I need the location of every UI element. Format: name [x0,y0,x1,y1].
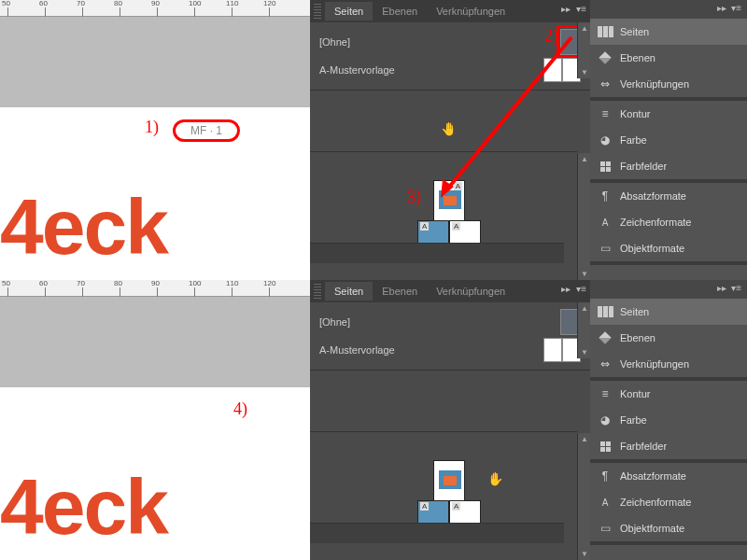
ruler-tick: 110 [226,0,238,7]
document-canvas[interactable]: 50 60 70 80 90 100 110 120 MF · 1 1) 4ec… [0,0,310,280]
tab-layers[interactable]: Ebenen [373,2,427,21]
dock-label: Zeichenformate [620,217,691,228]
panel-collapse-icon[interactable]: ▸▸ [561,4,571,14]
masters-section: [Ohne] A-Mustervorlage [310,302,590,370]
dock-collapse-icon[interactable]: ▸▸ [717,283,726,293]
dock-label: Objektformate [620,243,684,254]
master-a-label[interactable]: A-Mustervorlage [319,344,395,356]
panel-menu-icon[interactable]: ▾≡ [576,284,586,294]
ruler-tick: 100 [189,280,201,287]
annotation-3: 3) [407,188,421,207]
dock-item-pages[interactable]: Seiten [590,19,747,45]
ruler-tick: 60 [39,0,48,7]
dock-item-paragraph-styles[interactable]: Absatzformate [590,183,747,209]
ruler-tick: 90 [151,0,160,7]
annotation-1: 1) [145,118,159,137]
dock-item-character-styles[interactable]: Zeichenformate [590,489,747,515]
dock-item-links[interactable]: Verknüpfungen [590,351,747,377]
color-icon [598,413,613,427]
dock-item-stroke[interactable]: Kontur [590,101,747,127]
master-page-label: MF · 1 [173,119,240,142]
master-a-thumbnail[interactable] [543,338,581,362]
dock-label: Kontur [620,388,650,399]
dock-item-color[interactable]: Farbe [590,127,747,153]
dock-menu-icon[interactable]: ▾≡ [731,3,741,13]
dock-label: Farbfelder [620,441,667,452]
ruler-tick: 70 [77,280,85,287]
swatches-icon [598,439,613,454]
dock-item-links[interactable]: Verknüpfungen [590,71,747,97]
dock-item-paragraph-styles[interactable]: Absatzformate [590,463,747,489]
ruler-tick: 110 [226,280,238,287]
master-badge: A [454,182,462,190]
dock-label: Ebenen [620,332,655,343]
horizontal-ruler[interactable]: 50 60 70 80 90 100 110 120 [0,0,310,17]
tab-pages[interactable]: Seiten [325,2,373,21]
tab-links[interactable]: Verknüpfungen [427,2,514,21]
pasteboard[interactable] [0,297,310,390]
object-icon [598,241,613,256]
dock-label: Ebenen [620,52,655,63]
dock-label: Farbfelder [620,161,667,172]
annotation-2: 2) [544,26,558,46]
tab-pages[interactable]: Seiten [325,282,373,301]
dock-item-pages[interactable]: Seiten [590,299,747,325]
panel-divider[interactable] [310,90,590,91]
dock-item-layers[interactable]: Ebenen [590,45,747,71]
pages-icon [598,24,613,39]
panel-footer [310,243,564,263]
dock-label: Verknüpfungen [620,358,689,370]
dock-item-character-styles[interactable]: Zeichenformate [590,209,747,235]
ruler-tick: 80 [114,280,122,287]
ruler-tick: 50 [2,0,10,7]
panel-divider[interactable] [310,370,590,371]
master-a-thumbnail[interactable] [543,58,581,82]
panel-grip[interactable] [314,4,321,19]
panel-tab-bar: Seiten Ebenen Verknüpfungen ▸▸ ▾≡ [310,280,590,302]
layers-icon [598,50,613,65]
pasteboard[interactable] [0,17,310,110]
ruler-tick: 120 [263,0,275,7]
panel-tab-bar: Seiten Ebenen Verknüpfungen ▸▸ ▾≡ [310,0,590,22]
right-dock: ▸▸ ▾≡ Seiten Ebenen Verknüpfungen Kontur… [590,0,747,280]
dock-label: Kontur [620,108,650,119]
panel-menu-icon[interactable]: ▾≡ [576,4,586,14]
dock-menu-icon[interactable]: ▾≡ [731,283,741,293]
dock-label: Farbe [620,414,647,426]
dock-header: ▸▸ ▾≡ [590,280,747,299]
document-canvas[interactable]: 50 60 70 80 90 100 110 120 4) 4eck [0,280,310,560]
dock-label: Zeichenformate [620,497,691,508]
dock-item-object-styles[interactable]: Objektformate [590,235,747,261]
character-icon [598,215,613,230]
dock-item-color[interactable]: Farbe [590,407,747,433]
pages-panel: Seiten Ebenen Verknüpfungen ▸▸ ▾≡ [Ohne]… [310,280,590,560]
master-badge: A [420,502,429,511]
ruler-tick: 80 [114,0,122,7]
dock-item-swatches[interactable]: Farbfelder [590,153,747,179]
page-1-thumbnail[interactable]: A [433,180,465,221]
scrollbar[interactable] [577,153,590,280]
page-content-text: 4eck [0,462,167,553]
master-a-label[interactable]: A-Mustervorlage [319,64,395,76]
annotation-4: 4) [233,399,247,419]
page-1-thumbnail[interactable] [433,460,465,501]
master-none-label[interactable]: [Ohne] [319,316,350,328]
dock-item-object-styles[interactable]: Objektformate [590,515,747,541]
horizontal-ruler[interactable]: 50 60 70 80 90 100 110 120 [0,280,310,297]
scrollbar[interactable] [577,22,590,78]
drag-hand-icon: ✋ [441,121,457,136]
object-icon [598,521,613,536]
panel-collapse-icon[interactable]: ▸▸ [561,284,571,294]
master-none-label[interactable]: [Ohne] [319,36,350,48]
pages-panel: Seiten Ebenen Verknüpfungen ▸▸ ▾≡ [Ohne]… [310,0,590,280]
scrollbar[interactable] [577,433,590,560]
dock-item-layers[interactable]: Ebenen [590,325,747,351]
dock-collapse-icon[interactable]: ▸▸ [717,3,726,13]
dock-item-stroke[interactable]: Kontur [590,381,747,407]
tab-links[interactable]: Verknüpfungen [427,282,514,301]
panel-grip[interactable] [314,284,321,299]
scrollbar[interactable] [577,302,590,358]
tab-layers[interactable]: Ebenen [373,282,427,301]
dock-item-swatches[interactable]: Farbfelder [590,433,747,459]
character-icon [598,495,613,510]
